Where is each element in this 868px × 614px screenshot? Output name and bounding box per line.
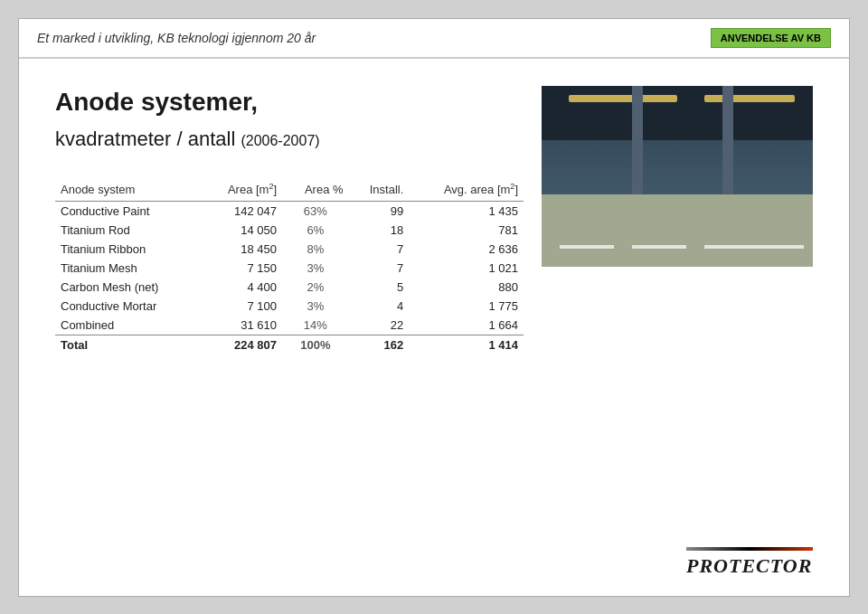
table-row: Combined31 61014%221 664 [55, 316, 524, 335]
col-header-system: Anode system [55, 178, 202, 201]
garage-illustration [542, 86, 813, 267]
header-bar: Et marked i utvikling, KB teknologi igje… [19, 19, 849, 59]
cell-install: 7 [349, 259, 410, 278]
cell-pct: 3% [282, 297, 349, 316]
heading-line2: kvadratmeter / antall [55, 128, 235, 150]
cell-system: Titanium Mesh [55, 259, 202, 278]
cell-area: 18 450 [202, 240, 282, 259]
cell-area: 224 807 [202, 335, 282, 354]
cell-install: 22 [349, 316, 410, 335]
content-area: Anode systemer, kvadratmeter / antall (2… [19, 59, 849, 373]
garage-light [569, 95, 677, 102]
cell-avg-area: 781 [409, 221, 524, 240]
cell-install: 162 [349, 335, 410, 354]
cell-install: 18 [349, 221, 410, 240]
table-row: Carbon Mesh (net)4 4002%5880 [55, 278, 524, 297]
protector-logo: PROTECTOR [686, 554, 813, 578]
table-row: Titanium Rod14 0506%18781 [55, 221, 524, 240]
cell-avg-area: 2 636 [409, 240, 524, 259]
cell-pct: 8% [282, 240, 349, 259]
col-header-install: Install. [349, 178, 410, 201]
logo-stripe [686, 547, 813, 551]
cell-area: 4 400 [202, 278, 282, 297]
slide-container: Et marked i utvikling, KB teknologi igje… [18, 18, 850, 597]
cell-pct: 6% [282, 221, 349, 240]
cell-system: Carbon Mesh (net) [55, 278, 202, 297]
garage-image [542, 86, 813, 267]
garage-ceiling [542, 86, 813, 140]
cell-install: 4 [349, 297, 410, 316]
cell-avg-area: 1 775 [409, 297, 524, 316]
col-header-avg: Avg. area [m2] [409, 178, 524, 201]
garage-light [704, 95, 795, 102]
cell-install: 99 [349, 201, 410, 221]
left-content: Anode systemer, kvadratmeter / antall (2… [55, 86, 524, 354]
cell-system: Total [55, 335, 202, 354]
cell-system: Combined [55, 316, 202, 335]
cell-area: 7 100 [202, 297, 282, 316]
cell-area: 14 050 [202, 221, 282, 240]
sub-heading: kvadratmeter / antall (2006-2007) [55, 128, 524, 151]
table-header-row: Anode system Area [m2] Area % Install. A… [55, 178, 524, 201]
cell-avg-area: 880 [409, 278, 524, 297]
cell-pct: 3% [282, 259, 349, 278]
floor-stripe [632, 245, 686, 249]
cell-system: Conductive Mortar [55, 297, 202, 316]
cell-pct: 100% [282, 335, 349, 354]
cell-system: Conductive Paint [55, 201, 202, 221]
cell-area: 142 047 [202, 201, 282, 221]
cell-pct: 2% [282, 278, 349, 297]
heading-line1: Anode systemer, [55, 88, 258, 116]
header-title: Et marked i utvikling, KB teknologi igje… [37, 31, 316, 45]
footer-logo-area: PROTECTOR [686, 547, 813, 578]
floor-stripe [759, 245, 804, 249]
col-header-area: Area [m2] [202, 178, 282, 201]
table-row: Total224 807100%1621 414 [55, 335, 524, 354]
col-header-pct: Area % [282, 178, 349, 201]
floor-stripe [704, 245, 759, 249]
cell-install: 5 [349, 278, 410, 297]
year-tag: (2006-2007) [241, 133, 319, 148]
header-badge: ANVENDELSE AV KB [711, 28, 831, 48]
table-row: Conductive Mortar7 1003%41 775 [55, 297, 524, 316]
cell-pct: 14% [282, 316, 349, 335]
cell-system: Titanium Rod [55, 221, 202, 240]
cell-install: 7 [349, 240, 410, 259]
garage-floor [542, 194, 813, 267]
cell-area: 31 610 [202, 316, 282, 335]
floor-stripe [560, 245, 614, 249]
table-row: Conductive Paint142 04763%991 435 [55, 201, 524, 221]
table-row: Titanium Ribbon18 4508%72 636 [55, 240, 524, 259]
data-table: Anode system Area [m2] Area % Install. A… [55, 178, 524, 354]
cell-avg-area: 1 021 [409, 259, 524, 278]
cell-pct: 63% [282, 201, 349, 221]
cell-avg-area: 1 414 [409, 335, 524, 354]
cell-avg-area: 1 435 [409, 201, 524, 221]
main-heading: Anode systemer, [55, 86, 524, 118]
table-row: Titanium Mesh7 1503%71 021 [55, 259, 524, 278]
cell-system: Titanium Ribbon [55, 240, 202, 259]
cell-area: 7 150 [202, 259, 282, 278]
cell-avg-area: 1 664 [409, 316, 524, 335]
